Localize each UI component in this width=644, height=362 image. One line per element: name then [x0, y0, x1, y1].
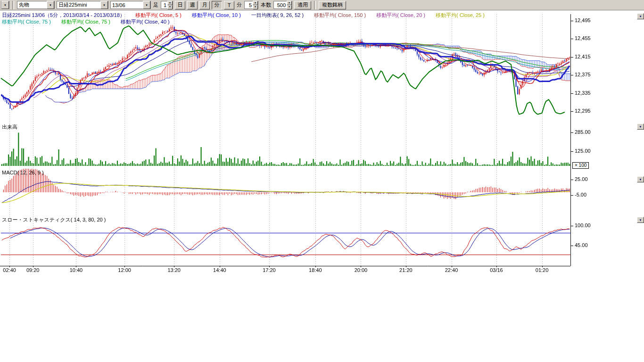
price-pane-scroll-down-button[interactable]: ▼ [637, 13, 644, 19]
period-tick-button[interactable]: T [224, 1, 234, 9]
spinner-arrows-icon[interactable]: ▲▼ [287, 1, 292, 9]
stoch-pane-scroll-down-button[interactable]: ▼ [637, 217, 644, 223]
app-window: ▼ 先物▼ 日経225mini▼ 13/06▼ 足 1▲▼ 日 週 月 分 T … [0, 0, 644, 362]
volume-multiplier-badge: × 100 [572, 162, 589, 169]
bar-interval-value: 1 [161, 2, 167, 8]
bar-type-label: 足 [153, 1, 159, 8]
period-minute-button[interactable]: 分 [212, 1, 222, 9]
minute-label: 分 [236, 1, 242, 8]
contract-select-value: 13/06 [111, 2, 143, 8]
symbol-select[interactable]: 日経225mini▼ [57, 1, 108, 9]
chevron-down-icon: ▼ [639, 125, 642, 128]
toolbar-separator [314, 1, 316, 9]
market-select-value: 先物 [17, 1, 47, 8]
period-week-button[interactable]: 週 [187, 1, 198, 9]
chevron-down-icon: ▼ [1, 1, 9, 9]
symbol-select-value: 日経225mini [57, 1, 100, 8]
minute-spinner[interactable]: 5▲▼ [244, 1, 258, 9]
period-month-button[interactable]: 月 [199, 1, 210, 9]
mini-dropdown[interactable]: ▼ [1, 1, 9, 9]
macd-pane-scroll-down-button[interactable]: ▼ [637, 176, 644, 182]
toolbar-separator [12, 1, 14, 9]
chevron-down-icon: ▼ [143, 1, 150, 9]
chevron-down-icon: ▼ [639, 15, 642, 18]
chevron-down-icon: ▼ [639, 178, 642, 181]
spinner-arrows-icon[interactable]: ▲▼ [253, 1, 258, 9]
spinner-arrows-icon[interactable]: ▲▼ [167, 1, 173, 9]
bar-count-value: 500 [274, 2, 287, 8]
chart-canvas[interactable] [0, 0, 644, 362]
multi-symbol-button[interactable]: 複数銘柄 [319, 1, 346, 9]
toolbar: ▼ 先物▼ 日経225mini▼ 13/06▼ 足 1▲▼ 日 週 月 分 T … [0, 0, 644, 10]
market-select[interactable]: 先物▼ [17, 1, 55, 9]
minute-value: 5 [245, 2, 253, 8]
apply-button[interactable]: 適用 [294, 1, 311, 9]
volume-pane-scroll-down-button[interactable]: ▼ [637, 123, 644, 130]
period-day-button[interactable]: 日 [175, 1, 185, 9]
bar-interval-spinner[interactable]: 1▲▼ [161, 1, 173, 9]
chevron-down-icon: ▼ [47, 1, 54, 9]
bar-count-label: 本数 [260, 1, 272, 8]
chevron-down-icon: ▼ [100, 1, 108, 9]
chevron-down-icon: ▼ [639, 219, 642, 222]
bar-count-spinner[interactable]: 500▲▼ [273, 1, 292, 9]
contract-month-select[interactable]: 13/06▼ [110, 1, 151, 9]
